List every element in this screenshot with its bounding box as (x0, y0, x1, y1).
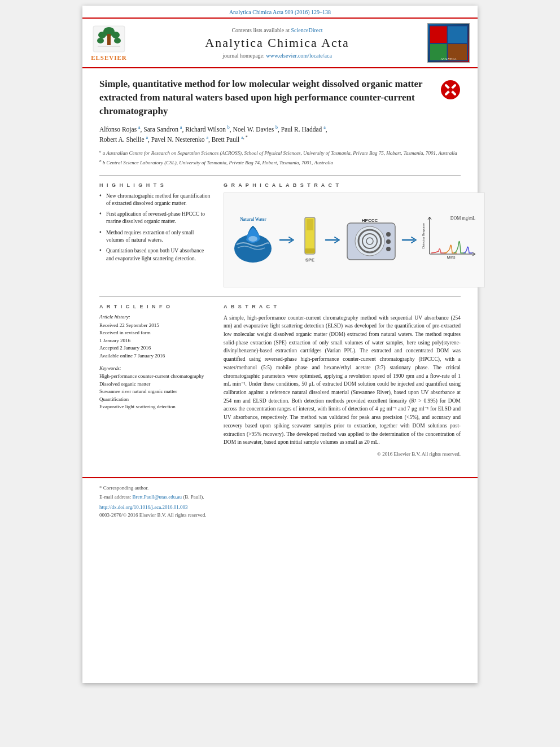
hpccc-element: HPCCC (346, 215, 397, 265)
water-wave-icon (232, 223, 274, 263)
highlight-item-2: First application of reversed-phase HPCC… (99, 211, 212, 226)
elsevier-logo-icon (92, 25, 126, 53)
natural-water-label: Natural Water (240, 217, 266, 222)
highlight-text-1: New chromatographic method for quantific… (106, 193, 210, 206)
svg-text:ANALYTICA: ANALYTICA (440, 57, 457, 60)
article-title-section: Simple, quantitative method for low mole… (99, 77, 461, 117)
contents-text: Contents lists available at (231, 27, 289, 33)
svg-text:HPCCC: HPCCC (362, 218, 378, 223)
flow-arrow-1-icon (279, 234, 296, 246)
flow-arrow-2-icon (325, 234, 342, 246)
arrow-2 (325, 234, 342, 246)
journal-header-right: ANALYTICA (426, 23, 471, 63)
sciencedirect-link[interactable]: ScienceDirect (291, 27, 322, 33)
journal-cover-image: ANALYTICA (427, 23, 470, 63)
svg-point-6 (114, 38, 121, 43)
svg-point-32 (386, 247, 391, 251)
highlight-item-3: Method requires extraction of only small… (99, 229, 212, 244)
hpccc-icon: HPCCC (346, 215, 397, 265)
page: Analytica Chimica Acta 909 (2016) 129–13… (82, 6, 478, 683)
article-info-column: A R T I C L E I N F O Article history: R… (99, 304, 212, 457)
article-info-abstract-section: A R T I C L E I N F O Article history: R… (99, 296, 461, 457)
abstract-column: A B S T R A C T A simple, high-performan… (224, 304, 461, 457)
spe-icon: SPE (300, 215, 320, 265)
authors-line: Alfonso Rojas a, Sara Sandron a, Richard… (99, 124, 461, 145)
journal-citation-text: Analytica Chimica Acta 909 (2016) 129–13… (229, 9, 331, 15)
journal-homepage: journal homepage: www.elsevier.com/locat… (134, 53, 420, 59)
graphical-abstract-label: G R A P H I C A L A B S T R A C T (224, 182, 485, 188)
article-info-label: A R T I C L E I N F O (99, 304, 212, 309)
svg-point-30 (386, 232, 391, 237)
page-footer: * Corresponding author. E-mail address: … (82, 477, 478, 525)
doi-link[interactable]: http://dx.doi.org/10.1016/j.aca.2016.01.… (99, 504, 188, 510)
svg-rect-4 (107, 34, 111, 45)
accepted-date: Accepted 2 January 2016 (99, 344, 212, 352)
journal-logo-area: ELSEVIER (89, 25, 129, 61)
email-label: E-mail address: (99, 494, 131, 500)
footer-issn: 0003-2670/© 2016 Elsevier B.V. All right… (99, 512, 461, 518)
arrow-3 (401, 234, 418, 246)
highlight-text-3: Method requires extraction of only small… (106, 230, 194, 243)
svg-rect-22 (307, 219, 313, 230)
peaks-chart-icon: Mins (423, 215, 476, 260)
svg-text:SPE: SPE (305, 257, 315, 263)
keyword-5: Evaporative light scattering detection (99, 403, 212, 411)
received-revised-label: Received in revised form (99, 329, 212, 337)
affil-b-text: b Central Science Laboratory (CSL), Univ… (103, 160, 333, 165)
footer-email-line: E-mail address: Brett.Paull@utas.edu.au … (99, 494, 461, 500)
svg-point-2 (98, 32, 106, 38)
graphical-abstract-diagram: Natural Water (229, 198, 480, 282)
highlight-text-4: Quantitation based upon both UV absorban… (106, 248, 204, 261)
footer-doi: http://dx.doi.org/10.1016/j.aca.2016.01.… (99, 504, 461, 510)
journal-header: ELSEVIER Contents lists available at Sci… (82, 19, 478, 68)
highlights-column: H I G H L I G H T S New chromatographic … (99, 182, 212, 287)
journal-header-center: Contents lists available at ScienceDirec… (134, 27, 420, 59)
svg-text:Mins: Mins (447, 255, 456, 259)
keywords-section: Keywords: High-performance counter-curre… (99, 365, 212, 411)
email-suffix: (B. Paull). (183, 494, 204, 500)
svg-point-20 (248, 236, 257, 242)
abstract-label: A B S T R A C T (224, 304, 461, 309)
contents-available-line: Contents lists available at ScienceDirec… (134, 27, 420, 33)
highlight-text-2: First application of reversed-phase HPCC… (106, 211, 205, 224)
email-link[interactable]: Brett.Paull@utas.edu.au (132, 494, 182, 500)
affiliations: a a Australian Centre for Research on Se… (99, 148, 461, 167)
graphical-abstract-image: Natural Water (224, 193, 485, 287)
keywords-label: Keywords: (99, 365, 212, 371)
crossmark-icon (440, 80, 461, 100)
corresponding-note: * Corresponding author. (99, 485, 461, 491)
article-history-label: Article history: (99, 314, 212, 320)
homepage-link[interactable]: www.elsevier.com/locate/aca (266, 53, 332, 59)
highlights-graphical-section: H I G H L I G H T S New chromatographic … (99, 175, 461, 287)
journal-name: Analytica Chimica Acta (134, 36, 420, 50)
highlight-item-1: New chromatographic method for quantific… (99, 193, 212, 208)
flow-arrow-3-icon (401, 234, 418, 246)
highlights-list: New chromatographic method for quantific… (99, 193, 212, 263)
article-content: Simple, quantitative method for low mole… (82, 68, 478, 466)
arrow-1 (279, 234, 296, 246)
svg-rect-9 (430, 26, 447, 43)
elsevier-label: ELSEVIER (91, 54, 127, 61)
affiliation-a: a a Australian Centre for Research on Se… (99, 148, 461, 158)
svg-point-26 (355, 226, 384, 256)
received-date: Received 22 September 2015 (99, 322, 212, 330)
svg-point-17 (448, 88, 453, 92)
homepage-text: journal homepage: (222, 53, 265, 59)
graphical-abstract-column: G R A P H I C A L A B S T R A C T Natura… (224, 182, 485, 287)
spe-element: SPE (300, 215, 320, 265)
keyword-3: Suwannee river natural organic matter (99, 388, 212, 396)
abstract-text: A simple, high-performance counter-curre… (224, 314, 461, 447)
svg-point-31 (386, 239, 391, 244)
journal-citation: Analytica Chimica Acta 909 (2016) 129–13… (82, 6, 478, 19)
affil-a-text: a Australian Centre for Research on Sepa… (103, 150, 457, 156)
article-title: Simple, quantitative method for low mole… (99, 77, 435, 117)
chromatogram-chart: DOM mg/mL Detector Response (423, 215, 476, 265)
affiliation-b: b b Central Science Laboratory (CSL), Un… (99, 158, 461, 167)
abstract-copyright: © 2016 Elsevier B.V. All rights reserved… (224, 451, 461, 457)
available-date: Available online 7 January 2016 (99, 352, 212, 360)
natural-water-element: Natural Water (232, 217, 274, 263)
keyword-1: High-performance counter-current chromat… (99, 373, 212, 381)
revised-date: 1 January 2016 (99, 337, 212, 345)
highlight-item-4: Quantitation based upon both UV absorban… (99, 247, 212, 263)
svg-rect-10 (448, 26, 467, 43)
